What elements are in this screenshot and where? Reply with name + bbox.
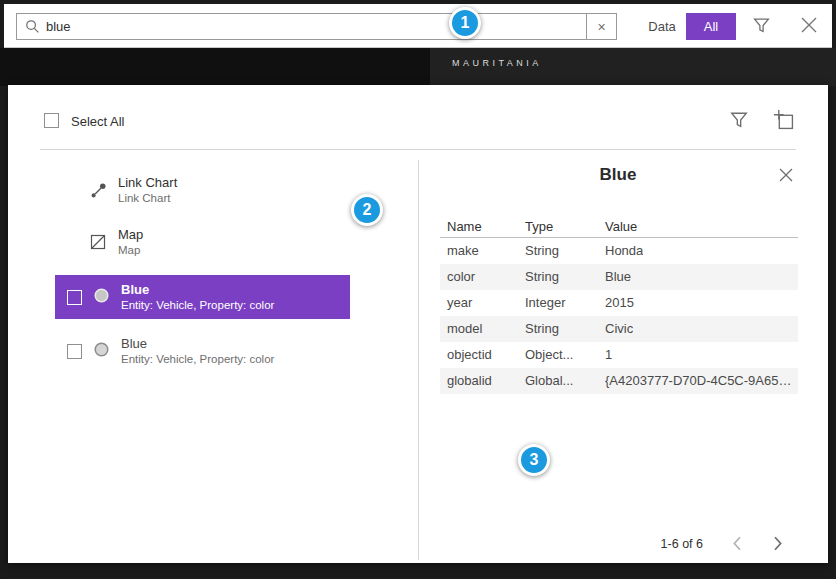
map-region-label: MAURITANIA <box>452 58 542 68</box>
data-toggle-button[interactable]: Data <box>638 13 686 40</box>
pagination-prev-icon[interactable] <box>732 536 743 555</box>
cell-name: year <box>447 290 472 316</box>
cell-name: make <box>447 238 479 264</box>
cell-value: 2015 <box>605 290 634 316</box>
list-item-blue-selected[interactable]: Blue Entity: Vehicle, Property: color <box>55 275 350 319</box>
cell-value: Honda <box>605 238 643 264</box>
search-toolbar: × Data All <box>4 4 832 48</box>
table-row: year Integer 2015 <box>440 290 798 316</box>
item-checkbox[interactable] <box>67 344 82 359</box>
pagination-label: 1-6 of 6 <box>623 537 703 551</box>
filter-icon[interactable] <box>730 111 748 133</box>
cell-name: model <box>447 316 482 342</box>
select-all-checkbox[interactable] <box>44 113 59 128</box>
table-row: globalid Global... {A4203777-D70D-4C5C-9… <box>440 368 798 394</box>
close-icon[interactable] <box>799 15 819 39</box>
list-item-link-chart[interactable]: Link Chart Link Chart <box>88 175 177 205</box>
cell-type: Object... <box>525 342 573 368</box>
column-header-type: Type <box>525 215 553 238</box>
cell-name: globalid <box>447 368 492 394</box>
cell-type: String <box>525 238 559 264</box>
item-subtitle: Entity: Vehicle, Property: color <box>121 352 274 366</box>
item-checkbox[interactable] <box>67 290 82 305</box>
search-results-panel: Select All Link Chart Link Chart Map <box>8 85 828 563</box>
list-item-blue[interactable]: Blue Entity: Vehicle, Property: color <box>55 329 350 373</box>
search-input[interactable] <box>46 14 586 39</box>
item-title: Map <box>118 227 143 243</box>
map-icon <box>88 234 108 250</box>
column-header-name: Name <box>447 215 482 238</box>
item-subtitle: Map <box>118 243 143 257</box>
item-title: Blue <box>121 336 274 352</box>
pagination-next-icon[interactable] <box>772 536 783 555</box>
cell-value: 1 <box>605 342 612 368</box>
details-title: Blue <box>438 165 798 185</box>
entity-circle-icon <box>92 340 111 363</box>
table-header: Name Type Value <box>440 215 798 238</box>
item-subtitle: Link Chart <box>118 191 177 205</box>
cell-value: Blue <box>605 264 631 290</box>
add-to-link-chart-icon[interactable] <box>773 109 794 134</box>
cell-value: {A4203777-D70D-4C5C-9A65-C... <box>605 368 793 394</box>
cell-name: color <box>447 264 475 290</box>
details-close-icon[interactable] <box>778 167 794 187</box>
list-item-map[interactable]: Map Map <box>88 227 143 257</box>
link-chart-icon <box>88 182 108 199</box>
cell-type: Integer <box>525 290 565 316</box>
select-all-label: Select All <box>71 114 124 129</box>
callout-badge-1: 1 <box>449 7 481 39</box>
entity-circle-icon <box>92 286 111 309</box>
item-title: Blue <box>121 282 274 298</box>
app-window: MAURITANIA × Data All 1 2 3 Select All <box>0 0 836 579</box>
search-box: × <box>16 13 617 40</box>
column-header-value: Value <box>605 215 637 238</box>
item-title: Link Chart <box>118 175 177 191</box>
callout-badge-2: 2 <box>351 194 383 226</box>
table-row: objectid Object... 1 <box>440 342 798 368</box>
table-row: make String Honda <box>440 238 798 264</box>
callout-badge-3: 3 <box>518 444 550 476</box>
item-subtitle: Entity: Vehicle, Property: color <box>121 298 274 312</box>
vertical-divider <box>418 160 419 560</box>
cell-name: objectid <box>447 342 492 368</box>
table-row: model String Civic <box>440 316 798 342</box>
all-toggle-button[interactable]: All <box>686 13 736 40</box>
filter-icon[interactable] <box>753 17 770 38</box>
cell-type: Global... <box>525 368 573 394</box>
cell-type: String <box>525 316 559 342</box>
horizontal-divider <box>40 149 796 150</box>
clear-search-button[interactable]: × <box>586 14 616 39</box>
search-icon <box>17 19 46 34</box>
cell-value: Civic <box>605 316 633 342</box>
cell-type: String <box>525 264 559 290</box>
table-row: color String Blue <box>440 264 798 290</box>
